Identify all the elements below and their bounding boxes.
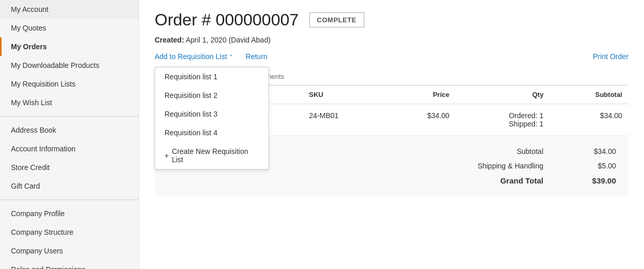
sidebar-item-my-account[interactable]: My Account — [0, 0, 139, 19]
return-link[interactable]: Return — [245, 52, 267, 61]
subtotal-label: Subtotal — [460, 147, 543, 155]
product-price: $34.00 — [387, 104, 456, 136]
plus-icon: + — [165, 151, 169, 160]
sidebar-item-my-quotes[interactable]: My Quotes — [0, 19, 139, 37]
sidebar-divider-1 — [0, 116, 139, 117]
return-label: Return — [245, 52, 267, 61]
sidebar-item-address-book[interactable]: Address Book — [0, 121, 139, 139]
grand-total-label: Grand Total — [460, 176, 543, 185]
order-header: Order # 000000007 COMPLETE — [155, 10, 628, 30]
grand-total-row: Grand Total $39.00 — [167, 173, 616, 188]
shipping-label: Shipping & Handling — [460, 162, 543, 170]
product-sku: 24-MB01 — [303, 104, 387, 136]
qty-shipped: Shipped: 1 — [462, 120, 543, 128]
print-order-link[interactable]: Print Order — [593, 52, 628, 61]
created-value: April 1, 2020 (David Abad) — [186, 36, 270, 44]
sidebar-divider-2 — [0, 200, 139, 200]
sidebar-item-company-structure[interactable]: Company Structure — [0, 223, 139, 242]
sidebar-item-company-users[interactable]: Company Users — [0, 242, 139, 260]
req-list-item-1[interactable]: Requisition list 1 — [155, 67, 268, 86]
order-meta: Created: April 1, 2020 (David Abad) — [155, 36, 628, 44]
product-qty: Ordered: 1 Shipped: 1 — [456, 104, 550, 136]
subtotal-value: $34.00 — [574, 147, 616, 155]
order-title: Order # 000000007 — [155, 10, 299, 30]
sidebar-item-my-orders[interactable]: My Orders — [0, 37, 139, 56]
sidebar-item-account-information[interactable]: Account Information — [0, 139, 139, 158]
print-order-label: Print Order — [593, 52, 628, 61]
grand-total-value: $39.00 — [574, 176, 616, 185]
shipping-value: $5.00 — [574, 162, 616, 170]
add-to-requisition-link[interactable]: Add to Requisition List ⌃ — [155, 52, 233, 61]
col-price: Price — [387, 86, 456, 104]
main-content: Order # 000000007 COMPLETE Created: Apri… — [139, 0, 644, 269]
sidebar: My Account My Quotes My Orders My Downlo… — [0, 0, 139, 269]
req-list-item-4[interactable]: Requisition list 4 — [155, 123, 268, 142]
sidebar-item-company-profile[interactable]: Company Profile — [0, 204, 139, 223]
requisition-dropdown-container: Add to Requisition List ⌃ Requisition li… — [155, 52, 233, 61]
req-list-item-3[interactable]: Requisition list 3 — [155, 105, 268, 123]
sidebar-item-gift-card[interactable]: Gift Card — [0, 177, 139, 195]
product-subtotal: $34.00 — [550, 104, 628, 136]
sidebar-item-store-credit[interactable]: Store Credit — [0, 158, 139, 177]
qty-ordered: Ordered: 1 — [462, 111, 543, 120]
sidebar-item-my-requisition-lists[interactable]: My Requisition Lists — [0, 75, 139, 93]
create-new-requisition-item[interactable]: + Create New Requisition List — [155, 142, 268, 169]
sidebar-item-my-downloadable-products[interactable]: My Downloadable Products — [0, 56, 139, 75]
col-subtotal: Subtotal — [550, 86, 628, 104]
create-new-requisition-label: Create New Requisition List — [172, 147, 259, 164]
add-to-requisition-label: Add to Requisition List — [155, 52, 227, 61]
col-sku: SKU — [303, 86, 387, 104]
created-label: Created: — [155, 36, 184, 44]
requisition-dropdown: Requisition list 1 Requisition list 2 Re… — [155, 67, 269, 169]
col-qty: Qty — [456, 86, 550, 104]
req-list-item-2[interactable]: Requisition list 2 — [155, 86, 268, 105]
action-bar: Add to Requisition List ⌃ Requisition li… — [155, 52, 628, 61]
status-badge: COMPLETE — [309, 12, 364, 27]
sidebar-item-my-wish-list[interactable]: My Wish List — [0, 93, 139, 112]
sidebar-item-roles-and-permissions[interactable]: Roles and Permissions — [0, 260, 139, 269]
chevron-up-icon: ⌃ — [229, 54, 233, 60]
